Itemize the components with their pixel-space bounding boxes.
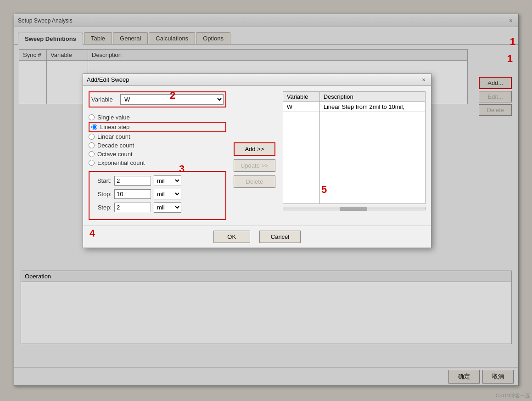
radio-decade-count: Decade count — [89, 141, 226, 150]
param-step-input[interactable] — [114, 203, 151, 212]
variable-table: Variable Description W Linear Step from … — [283, 91, 426, 204]
add-action-button[interactable]: Add >> — [234, 142, 275, 156]
radio-linear-step: Linear step — [89, 122, 226, 132]
radio-octave-count: Octave count — [89, 150, 226, 158]
modal-body: Variable W Single value Linear step Line… — [83, 86, 431, 226]
add-edit-sweep-modal: Add/Edit Sweep × Variable W Single value — [83, 73, 431, 248]
modal-footer: OK Cancel — [83, 226, 431, 248]
param-step-row: Step: mil — [93, 202, 222, 213]
radio-exponential-count-input[interactable] — [89, 160, 95, 166]
radio-linear-step-input[interactable] — [91, 124, 97, 130]
scrollbar[interactable] — [283, 207, 426, 210]
sweep-types-group: Single value Linear step Linear count De… — [89, 113, 226, 167]
var-cell-description: Linear Step from 2mil to 10mil, — [319, 102, 425, 112]
params-grid: Start: mil Stop: mil Step: — [89, 171, 226, 220]
param-stop-row: Stop: mil — [93, 189, 222, 199]
param-start-row: Start: mil — [93, 175, 222, 186]
update-action-button[interactable]: Update >> — [234, 159, 275, 172]
var-table-row[interactable]: W Linear Step from 2mil to 10mil, — [283, 102, 425, 112]
watermark: CSDN博客一五 — [496, 392, 530, 399]
radio-decade-count-label: Decade count — [97, 142, 134, 149]
radio-linear-step-label: Linear step — [100, 124, 129, 130]
param-stop-unit[interactable]: mil — [154, 189, 181, 199]
radio-decade-count-input[interactable] — [89, 142, 95, 148]
cancel-modal-button[interactable]: Cancel — [259, 231, 301, 243]
param-stop-label: Stop: — [93, 191, 112, 198]
param-stop-input[interactable] — [114, 189, 151, 199]
modal-title-bar: Add/Edit Sweep × — [83, 74, 431, 86]
radio-octave-count-label: Octave count — [97, 151, 133, 158]
radio-exponential-count: Exponential count — [89, 158, 226, 167]
radio-single-value-label: Single value — [97, 114, 130, 121]
var-cell-variable: W — [283, 102, 319, 112]
radio-octave-count-input[interactable] — [89, 151, 95, 157]
param-start-unit[interactable]: mil — [154, 175, 181, 186]
modal-middle-buttons: Add >> Update >> Delete — [234, 91, 275, 220]
param-start-label: Start: — [93, 177, 112, 184]
variable-row: Variable W — [89, 91, 226, 107]
modal-title: Add/Edit Sweep — [87, 76, 129, 83]
var-table-empty-row — [283, 112, 425, 204]
radio-linear-count-input[interactable] — [89, 134, 95, 140]
ok-button[interactable]: OK — [213, 231, 250, 243]
scrollbar-thumb — [340, 207, 367, 211]
param-step-unit[interactable]: mil — [154, 202, 181, 213]
modal-left-panel: Variable W Single value Linear step Line… — [89, 91, 226, 220]
variable-select[interactable]: W — [120, 94, 224, 105]
radio-single-value: Single value — [89, 113, 226, 122]
radio-linear-count: Linear count — [89, 132, 226, 141]
radio-single-value-input[interactable] — [89, 114, 95, 120]
var-col-description: Description — [319, 92, 425, 102]
radio-exponential-count-label: Exponential count — [97, 159, 145, 166]
radio-linear-count-label: Linear count — [97, 133, 130, 140]
delete-action-button[interactable]: Delete — [234, 175, 275, 188]
var-col-variable: Variable — [283, 92, 319, 102]
modal-right-panel: Variable Description W Linear Step from … — [283, 91, 426, 220]
modal-close-button[interactable]: × — [420, 76, 427, 84]
param-start-input[interactable] — [114, 176, 151, 186]
param-step-label: Step: — [93, 204, 112, 211]
variable-label: Variable — [91, 96, 117, 103]
